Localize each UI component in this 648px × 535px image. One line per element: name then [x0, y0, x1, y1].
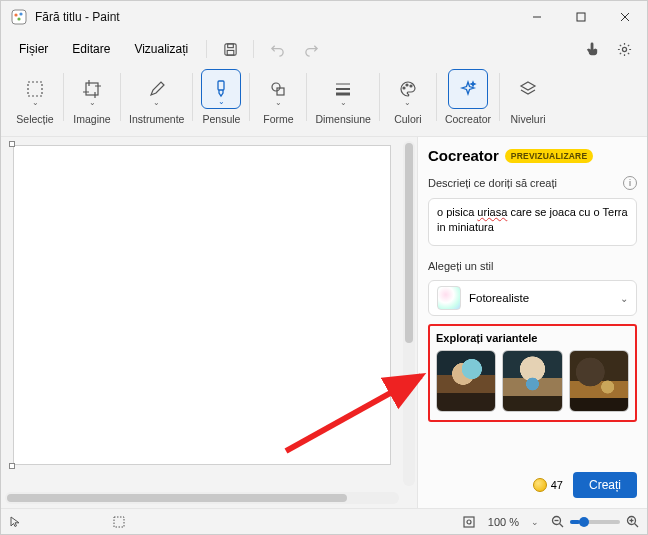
maximize-button[interactable] — [559, 1, 603, 33]
menu-view[interactable]: Vizualizați — [124, 38, 198, 60]
menu-file[interactable]: Fișier — [9, 38, 58, 60]
image-tool[interactable]: ⌄ — [72, 69, 112, 109]
sparkle-icon — [458, 79, 478, 99]
redo-button[interactable] — [296, 35, 326, 63]
scroll-thumb[interactable] — [405, 143, 413, 343]
zoom-value: 100 % — [488, 516, 519, 528]
variant-thumbnail-3[interactable] — [569, 350, 629, 412]
settings-button[interactable] — [609, 35, 639, 63]
shapes-icon — [268, 79, 288, 99]
brush-icon — [211, 79, 231, 99]
fit-screen-icon[interactable] — [462, 515, 476, 529]
zoom-slider[interactable] — [570, 520, 620, 524]
svg-point-11 — [622, 47, 626, 51]
svg-point-3 — [17, 17, 20, 20]
zoom-in-button[interactable] — [626, 515, 639, 528]
style-swatch-icon — [437, 286, 461, 310]
credits-counter: 47 — [533, 478, 563, 492]
brushes-tool[interactable]: ⌄ — [201, 69, 241, 109]
divider — [436, 73, 437, 121]
horizontal-scrollbar[interactable] — [5, 492, 399, 504]
divider — [306, 73, 307, 121]
cocreator-label: Cocreator — [445, 113, 491, 125]
svg-point-2 — [19, 12, 22, 15]
divider — [499, 73, 500, 121]
layers-icon — [518, 79, 538, 99]
svg-rect-23 — [114, 517, 124, 527]
status-bar: 100 % ⌄ — [1, 508, 647, 534]
style-dropdown[interactable]: Fotorealiste ⌄ — [428, 280, 637, 316]
selection-label: Selecție — [16, 113, 53, 125]
svg-rect-0 — [12, 10, 26, 24]
pencil-icon — [147, 79, 167, 99]
variants-label: Explorați variantele — [436, 332, 629, 344]
variant-thumbnail-1[interactable] — [436, 350, 496, 412]
ribbon: ⌄ Selecție ⌄ Imagine ⌄ Instrumente ⌄ Pen… — [1, 65, 647, 137]
svg-point-21 — [406, 84, 408, 86]
svg-rect-10 — [227, 50, 234, 55]
divider — [249, 73, 250, 121]
menu-edit[interactable]: Editare — [62, 38, 120, 60]
svg-point-1 — [14, 13, 17, 16]
cocreator-title: Cocreator — [428, 147, 499, 164]
svg-point-25 — [467, 520, 471, 524]
selection-icon — [25, 79, 45, 99]
zoom-out-button[interactable] — [551, 515, 564, 528]
chevron-down-icon[interactable]: ⌄ — [531, 517, 539, 527]
palette-icon — [398, 79, 418, 99]
size-tool[interactable]: ⌄ — [323, 69, 363, 109]
preview-badge: PREVIZUALIZARE — [505, 149, 593, 163]
svg-line-28 — [560, 524, 564, 528]
window-controls — [515, 1, 647, 33]
divider — [379, 73, 380, 121]
divider — [63, 73, 64, 121]
resize-handle[interactable] — [9, 463, 15, 469]
menu-bar: Fișier Editare Vizualizați — [1, 33, 647, 65]
paint-app-icon — [11, 9, 27, 25]
shapes-tool[interactable]: ⌄ — [258, 69, 298, 109]
cocreator-tool[interactable] — [448, 69, 488, 109]
colors-tool[interactable]: ⌄ — [388, 69, 428, 109]
variant-thumbnail-2[interactable] — [502, 350, 562, 412]
prompt-input[interactable]: o pisica uriasa care se joaca cu o Terra… — [428, 198, 637, 246]
divider — [192, 73, 193, 121]
svg-rect-9 — [227, 43, 233, 47]
save-button[interactable] — [215, 35, 245, 63]
tools-label: Instrumente — [129, 113, 184, 125]
style-value: Fotorealiste — [469, 292, 529, 304]
describe-label: Descrieți ce doriți să creați — [428, 177, 557, 189]
undo-button[interactable] — [262, 35, 292, 63]
divider — [206, 40, 207, 58]
info-icon[interactable]: i — [623, 176, 637, 190]
scroll-thumb[interactable] — [7, 494, 347, 502]
size-label: Dimensiune — [315, 113, 370, 125]
svg-point-15 — [272, 83, 280, 91]
zoom-slider-knob[interactable] — [579, 517, 589, 527]
crop-icon — [82, 79, 102, 99]
close-button[interactable] — [603, 1, 647, 33]
variants-section: Explorați variantele — [428, 324, 637, 422]
vertical-scrollbar[interactable] — [403, 141, 415, 486]
selection-tool[interactable]: ⌄ — [15, 69, 55, 109]
svg-rect-14 — [218, 81, 224, 90]
brushes-label: Pensule — [202, 113, 240, 125]
layers-tool[interactable] — [508, 69, 548, 109]
tools-tool[interactable]: ⌄ — [137, 69, 177, 109]
resize-handle[interactable] — [9, 141, 15, 147]
minimize-button[interactable] — [515, 1, 559, 33]
divider — [120, 73, 121, 121]
canvas[interactable] — [13, 145, 391, 465]
window-title: Fără titlu - Paint — [35, 10, 515, 24]
spellcheck-word: uriasa — [477, 206, 507, 218]
cocreator-panel: Cocreator PREVIZUALIZARE Descrieți ce do… — [417, 137, 647, 508]
colors-label: Culori — [394, 113, 421, 125]
coin-icon — [533, 478, 547, 492]
create-button[interactable]: Creați — [573, 472, 637, 498]
workspace: Cocreator PREVIZUALIZARE Descrieți ce do… — [1, 137, 647, 508]
lineweight-icon — [333, 79, 353, 99]
touch-button[interactable] — [577, 35, 607, 63]
svg-rect-16 — [277, 88, 284, 95]
svg-rect-5 — [577, 13, 585, 21]
svg-rect-8 — [225, 43, 236, 54]
svg-rect-13 — [86, 83, 98, 95]
